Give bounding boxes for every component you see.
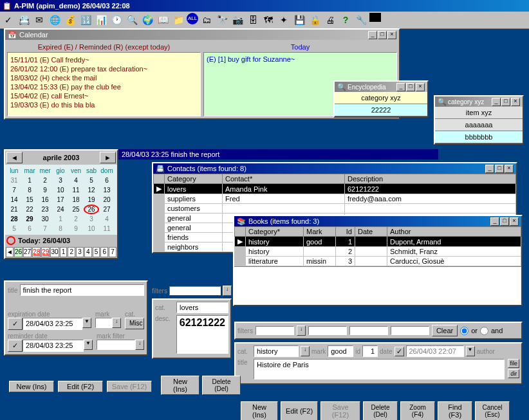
filter-input[interactable] [391,326,429,335]
contacts-icon[interactable]: 📇 [17,13,31,27]
cell-author[interactable]: Carducci, Giosuè [387,257,521,266]
category-item[interactable]: aaaaaaa [435,119,523,131]
strip-day[interactable]: 6 [100,247,108,257]
cell-category[interactable]: customers [165,204,223,214]
cell-contact[interactable]: Amanda Pink [223,184,345,194]
cal-day[interactable]: 9 [37,185,53,195]
minimize-button[interactable]: _ [485,165,494,173]
new-button[interactable]: New (Ins) [9,381,54,392]
edit-button[interactable]: Edit (F2) [281,401,318,420]
cell-category[interactable]: suppliers [165,194,223,204]
dropdown-button[interactable]: ↓ [112,318,121,328]
filter-input[interactable] [169,286,221,295]
cal-day[interactable]: 18 [68,195,84,205]
title-input[interactable]: finish the report [20,284,144,296]
next-month-button[interactable]: ► [100,152,116,163]
strip-day[interactable]: 28 [32,247,41,257]
close-button[interactable]: × [510,217,519,226]
strip-day[interactable]: 5 [93,247,100,257]
print-icon[interactable]: 🖨 [323,13,337,27]
expired-item[interactable]: 18/03/02 (H) check the mail [10,73,198,82]
cal-day[interactable]: 30 [37,214,53,224]
cell-date[interactable] [355,247,387,257]
cell-date[interactable] [355,237,387,247]
cell-id[interactable]: 1 [336,237,355,247]
expired-item[interactable]: 15/04/02 (E) call Ernest~ [10,91,198,100]
cell-category[interactable]: history [246,237,304,247]
card-icon[interactable]: 🗂 [200,13,214,27]
find-button[interactable]: Find (F3) [438,401,472,420]
encyclopedia-row[interactable]: 22222 [335,104,427,116]
cal-day[interactable]: 6 [22,224,37,233]
cal-day[interactable]: 2 [68,214,84,224]
camera-icon[interactable]: 📷 [230,13,245,27]
cell-category[interactable]: lovers [165,184,223,194]
expired-item[interactable]: 26/01/02 12:00 (E) prepare tax declarati… [10,64,198,73]
check-toggle[interactable]: ✓ [8,340,23,352]
cal-day[interactable]: 11 [68,185,84,195]
cell-author[interactable]: Schmidt, Franz [387,247,521,257]
column-header[interactable]: Category* [246,227,304,237]
cal-day[interactable]: 7 [37,224,53,233]
strip-day[interactable]: 30 [50,247,59,257]
cell-category[interactable]: litterature [246,257,304,266]
cal-day[interactable]: 27 [99,205,115,214]
calendar-title-bar[interactable]: 📅 Calendar _ □ × [5,30,399,40]
cal-day[interactable]: 20 [99,195,115,205]
cal-day[interactable]: 11 [99,224,115,233]
dropdown-button[interactable]: ▼ [84,340,93,350]
cal-day[interactable]: 9 [68,224,84,233]
dropdown-button[interactable]: ↓ [135,340,144,350]
cell-mark[interactable]: missin [304,257,336,266]
minimize-button[interactable]: _ [490,217,499,226]
close-button[interactable]: × [505,165,514,173]
new-button[interactable]: New (Ins) [161,376,200,395]
id-input[interactable]: 1 [362,345,378,357]
column-header[interactable]: Author [387,227,521,237]
cal-day[interactable]: 29 [22,214,37,224]
expired-item[interactable]: 15/11/01 (E) Call freddy~ [10,55,198,64]
cal-day[interactable]: 15 [22,195,37,205]
calc-icon[interactable]: 🔢 [79,13,93,27]
column-header[interactable]: Mark [304,227,336,237]
main-title-bar[interactable]: 📋 A-PIM (apim_demo) 26/04/03 22:08 [0,0,529,12]
cancel-button[interactable]: Cancel (Esc) [475,401,510,420]
reminder-input[interactable]: 28/04/03 23:25 [23,340,84,352]
minimize-button[interactable]: _ [492,98,501,106]
date-check[interactable]: ✓ [394,347,404,356]
cell-category[interactable]: history [246,247,304,257]
chart-icon[interactable]: 📊 [94,13,108,27]
column-header[interactable]: Description [345,174,516,184]
cal-day[interactable]: 6 [99,176,115,185]
minimize-button[interactable]: _ [396,83,405,91]
all-icon[interactable]: ALL [187,13,198,24]
cal-day[interactable]: 3 [53,176,68,185]
dir-button[interactable]: dir [508,369,519,378]
desc-input[interactable]: 62121222 [176,315,228,354]
column-header[interactable]: Contact* [223,174,345,184]
lock-icon[interactable]: 🔒 [308,13,322,27]
dropdown-button[interactable]: ▼ [82,318,91,328]
cell-description[interactable] [345,204,516,214]
table-row[interactable]: ▶loversAmanda Pink62121222 [154,184,516,194]
cal-day[interactable]: 10 [84,224,99,233]
cell-date[interactable] [355,257,387,266]
world-icon[interactable]: 🌍 [140,13,154,27]
cal-day[interactable]: 4 [68,176,84,185]
cal-day[interactable]: 17 [53,195,68,205]
cal-day[interactable]: 31 [6,176,22,185]
category-item[interactable]: item xyz [435,107,523,119]
close-button[interactable]: × [416,83,425,91]
encyclopedia-row[interactable]: category xyz [335,92,427,104]
filter-input[interactable] [255,326,294,335]
rack-icon[interactable]: 🗄 [246,13,260,27]
cell-id[interactable]: 3 [336,257,355,266]
book-icon[interactable]: 📖 [156,13,170,27]
clock-icon[interactable]: 🕐 [109,13,124,27]
cal-day[interactable]: 13 [99,185,115,195]
save-button[interactable]: Save (F12) [107,381,152,392]
close-button[interactable]: × [387,31,396,39]
cell-category[interactable]: friends [165,233,223,242]
column-header[interactable]: Date [355,227,387,237]
strip-day[interactable]: 1 [60,247,68,257]
